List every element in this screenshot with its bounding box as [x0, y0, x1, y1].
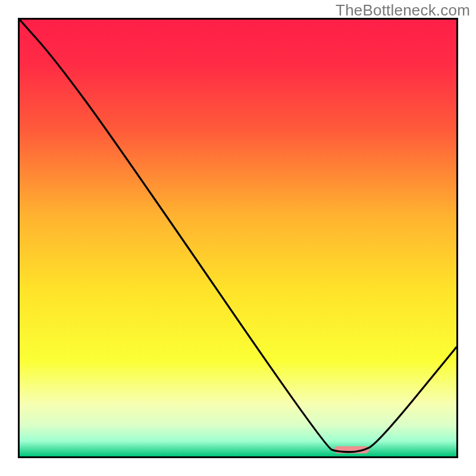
watermark-text: TheBottleneck.com — [336, 1, 470, 20]
chart-svg — [20, 20, 456, 456]
chart-background — [20, 20, 456, 456]
chart-frame — [18, 18, 458, 458]
chart-canvas — [20, 20, 456, 456]
